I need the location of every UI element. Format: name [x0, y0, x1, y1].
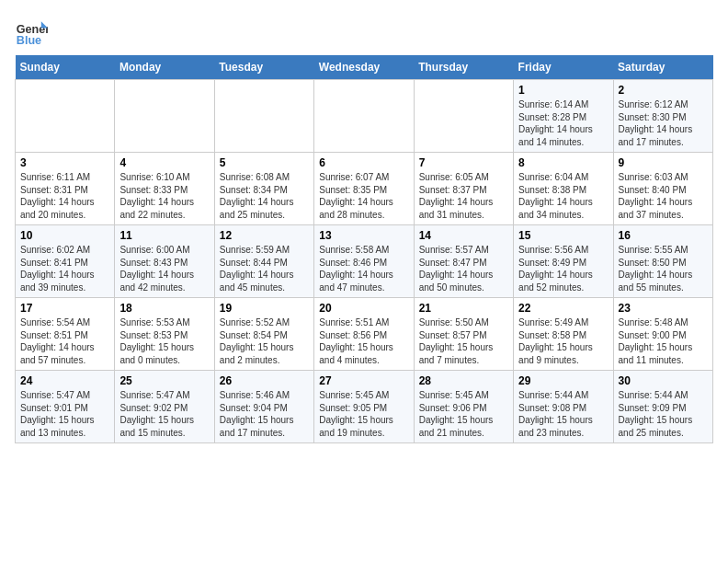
calendar-cell: [16, 80, 115, 153]
calendar-cell: 12Sunrise: 5:59 AM Sunset: 8:44 PM Dayli…: [214, 225, 313, 298]
dow-header-thursday: Thursday: [414, 55, 513, 80]
calendar-cell: [414, 80, 513, 153]
day-number: 15: [518, 229, 608, 242]
calendar-week-5: 24Sunrise: 5:47 AM Sunset: 9:01 PM Dayli…: [16, 371, 713, 443]
day-info: Sunrise: 5:47 AM Sunset: 9:02 PM Dayligh…: [119, 389, 209, 439]
day-number: 9: [619, 156, 708, 169]
day-number: 1: [518, 84, 608, 97]
day-info: Sunrise: 5:50 AM Sunset: 8:57 PM Dayligh…: [419, 316, 508, 366]
calendar-cell: 10Sunrise: 6:02 AM Sunset: 8:41 PM Dayli…: [16, 225, 115, 298]
day-number: 11: [119, 229, 209, 242]
day-number: 16: [619, 229, 708, 242]
calendar-cell: 21Sunrise: 5:50 AM Sunset: 8:57 PM Dayli…: [414, 298, 513, 371]
day-info: Sunrise: 5:46 AM Sunset: 9:04 PM Dayligh…: [220, 389, 309, 439]
day-number: 7: [419, 156, 508, 169]
calendar-cell: 24Sunrise: 5:47 AM Sunset: 9:01 PM Dayli…: [16, 371, 115, 443]
calendar-cell: 30Sunrise: 5:44 AM Sunset: 9:09 PM Dayli…: [613, 371, 712, 443]
calendar-cell: 1Sunrise: 6:14 AM Sunset: 8:28 PM Daylig…: [514, 80, 613, 153]
calendar-cell: 3Sunrise: 6:11 AM Sunset: 8:31 PM Daylig…: [16, 153, 115, 225]
svg-text:Blue: Blue: [17, 34, 41, 47]
day-info: Sunrise: 6:12 AM Sunset: 8:30 PM Dayligh…: [619, 98, 708, 148]
day-number: 8: [518, 156, 608, 169]
calendar-cell: 29Sunrise: 5:44 AM Sunset: 9:08 PM Dayli…: [514, 371, 613, 443]
day-info: Sunrise: 5:57 AM Sunset: 8:47 PM Dayligh…: [419, 244, 508, 293]
calendar-cell: [314, 80, 414, 153]
calendar-cell: 27Sunrise: 5:45 AM Sunset: 9:05 PM Dayli…: [314, 371, 414, 443]
calendar-cell: 13Sunrise: 5:58 AM Sunset: 8:46 PM Dayli…: [314, 225, 414, 298]
day-info: Sunrise: 5:56 AM Sunset: 8:49 PM Dayligh…: [518, 244, 608, 293]
calendar-cell: 16Sunrise: 5:55 AM Sunset: 8:50 PM Dayli…: [613, 225, 712, 298]
calendar-cell: [115, 80, 214, 153]
day-info: Sunrise: 5:59 AM Sunset: 8:44 PM Dayligh…: [220, 244, 309, 293]
day-number: 17: [20, 302, 109, 315]
day-info: Sunrise: 5:52 AM Sunset: 8:54 PM Dayligh…: [220, 316, 309, 366]
calendar-cell: 9Sunrise: 6:03 AM Sunset: 8:40 PM Daylig…: [613, 153, 712, 225]
day-number: 3: [20, 156, 109, 169]
calendar-cell: 15Sunrise: 5:56 AM Sunset: 8:49 PM Dayli…: [514, 225, 613, 298]
day-number: 14: [419, 229, 508, 242]
day-info: Sunrise: 6:00 AM Sunset: 8:43 PM Dayligh…: [119, 244, 209, 293]
day-info: Sunrise: 5:47 AM Sunset: 9:01 PM Dayligh…: [20, 389, 109, 439]
day-number: 5: [220, 156, 309, 169]
day-info: Sunrise: 5:48 AM Sunset: 9:00 PM Dayligh…: [619, 316, 708, 366]
calendar-week-2: 3Sunrise: 6:11 AM Sunset: 8:31 PM Daylig…: [16, 153, 713, 225]
day-number: 6: [319, 156, 408, 169]
calendar-cell: 19Sunrise: 5:52 AM Sunset: 8:54 PM Dayli…: [214, 298, 313, 371]
day-number: 20: [319, 302, 408, 315]
calendar-cell: 22Sunrise: 5:49 AM Sunset: 8:58 PM Dayli…: [514, 298, 613, 371]
day-number: 22: [518, 302, 608, 315]
dow-header-saturday: Saturday: [613, 55, 712, 80]
day-info: Sunrise: 5:54 AM Sunset: 8:51 PM Dayligh…: [20, 316, 109, 366]
dow-header-friday: Friday: [514, 55, 613, 80]
calendar-week-3: 10Sunrise: 6:02 AM Sunset: 8:41 PM Dayli…: [16, 225, 713, 298]
dow-header-monday: Monday: [115, 55, 214, 80]
calendar-cell: 23Sunrise: 5:48 AM Sunset: 9:00 PM Dayli…: [613, 298, 712, 371]
day-number: 28: [419, 374, 508, 387]
dow-header-sunday: Sunday: [16, 55, 115, 80]
day-info: Sunrise: 6:08 AM Sunset: 8:34 PM Dayligh…: [220, 171, 309, 221]
day-info: Sunrise: 5:44 AM Sunset: 9:09 PM Dayligh…: [619, 389, 708, 439]
day-info: Sunrise: 6:05 AM Sunset: 8:37 PM Dayligh…: [419, 171, 508, 221]
calendar-cell: 26Sunrise: 5:46 AM Sunset: 9:04 PM Dayli…: [214, 371, 313, 443]
day-number: 25: [119, 374, 209, 387]
calendar-cell: [214, 80, 313, 153]
day-info: Sunrise: 6:02 AM Sunset: 8:41 PM Dayligh…: [20, 244, 109, 293]
logo-icon: General Blue: [15, 15, 48, 48]
calendar-week-4: 17Sunrise: 5:54 AM Sunset: 8:51 PM Dayli…: [16, 298, 713, 371]
day-info: Sunrise: 5:51 AM Sunset: 8:56 PM Dayligh…: [319, 316, 408, 366]
calendar-cell: 2Sunrise: 6:12 AM Sunset: 8:30 PM Daylig…: [613, 80, 712, 153]
day-info: Sunrise: 5:53 AM Sunset: 8:53 PM Dayligh…: [119, 316, 209, 366]
dow-header-tuesday: Tuesday: [214, 55, 313, 80]
day-info: Sunrise: 6:03 AM Sunset: 8:40 PM Dayligh…: [619, 171, 708, 221]
day-number: 4: [119, 156, 209, 169]
logo: General Blue: [15, 15, 48, 48]
calendar-header: SundayMondayTuesdayWednesdayThursdayFrid…: [16, 55, 713, 80]
calendar-body: 1Sunrise: 6:14 AM Sunset: 8:28 PM Daylig…: [16, 80, 713, 443]
calendar-table: SundayMondayTuesdayWednesdayThursdayFrid…: [15, 55, 713, 443]
day-info: Sunrise: 5:55 AM Sunset: 8:50 PM Dayligh…: [619, 244, 708, 293]
day-number: 27: [319, 374, 408, 387]
day-info: Sunrise: 6:11 AM Sunset: 8:31 PM Dayligh…: [20, 171, 109, 221]
calendar-cell: 18Sunrise: 5:53 AM Sunset: 8:53 PM Dayli…: [115, 298, 214, 371]
calendar-cell: 8Sunrise: 6:04 AM Sunset: 8:38 PM Daylig…: [514, 153, 613, 225]
day-number: 26: [220, 374, 309, 387]
calendar-cell: 11Sunrise: 6:00 AM Sunset: 8:43 PM Dayli…: [115, 225, 214, 298]
day-info: Sunrise: 5:44 AM Sunset: 9:08 PM Dayligh…: [518, 389, 608, 439]
calendar-cell: 28Sunrise: 5:45 AM Sunset: 9:06 PM Dayli…: [414, 371, 513, 443]
day-number: 18: [119, 302, 209, 315]
day-number: 30: [619, 374, 708, 387]
day-number: 10: [20, 229, 109, 242]
day-number: 29: [518, 374, 608, 387]
calendar-cell: 14Sunrise: 5:57 AM Sunset: 8:47 PM Dayli…: [414, 225, 513, 298]
day-info: Sunrise: 6:10 AM Sunset: 8:33 PM Dayligh…: [119, 171, 209, 221]
day-info: Sunrise: 6:04 AM Sunset: 8:38 PM Dayligh…: [518, 171, 608, 221]
calendar-cell: 5Sunrise: 6:08 AM Sunset: 8:34 PM Daylig…: [214, 153, 313, 225]
calendar-cell: 17Sunrise: 5:54 AM Sunset: 8:51 PM Dayli…: [16, 298, 115, 371]
day-info: Sunrise: 5:49 AM Sunset: 8:58 PM Dayligh…: [518, 316, 608, 366]
day-info: Sunrise: 5:58 AM Sunset: 8:46 PM Dayligh…: [319, 244, 408, 293]
day-number: 24: [20, 374, 109, 387]
day-info: Sunrise: 6:07 AM Sunset: 8:35 PM Dayligh…: [319, 171, 408, 221]
day-number: 13: [319, 229, 408, 242]
day-info: Sunrise: 6:14 AM Sunset: 8:28 PM Dayligh…: [518, 98, 608, 148]
day-number: 19: [220, 302, 309, 315]
